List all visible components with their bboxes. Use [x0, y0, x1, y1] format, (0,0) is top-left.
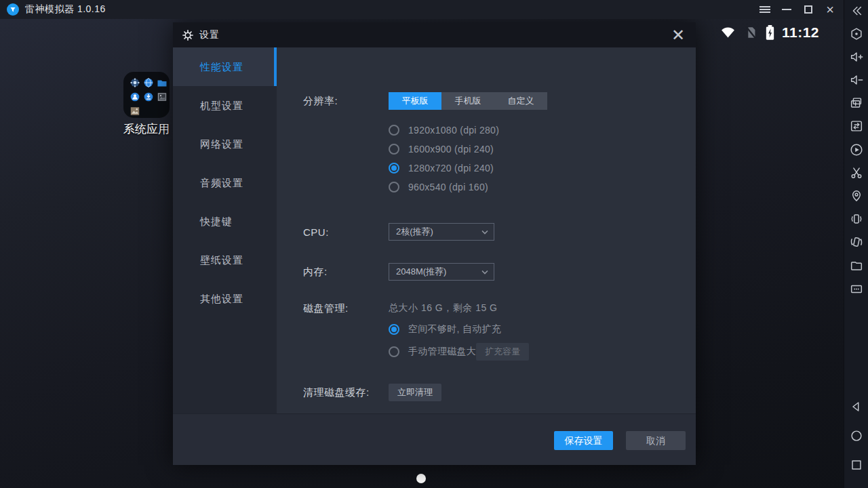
shake-phone-icon[interactable] — [846, 209, 867, 229]
radio-unchecked-icon[interactable] — [389, 182, 399, 192]
memory-select[interactable]: 2048M(推荐) — [389, 263, 494, 281]
disk-label: 磁盘管理: — [303, 302, 349, 315]
volume-up-icon[interactable] — [846, 47, 867, 67]
close-window-button[interactable]: × — [819, 0, 841, 19]
target-hexagon-icon[interactable] — [846, 24, 867, 44]
save-settings-button[interactable]: 保存设置 — [554, 431, 613, 450]
app-logo-icon — [7, 3, 19, 16]
screenshot-scissors-icon[interactable] — [846, 163, 867, 183]
tab-custom[interactable]: 自定义 — [494, 92, 547, 110]
sidebar-item-device-model[interactable]: 机型设置 — [173, 86, 277, 125]
system-apps-folder[interactable] — [123, 72, 170, 118]
tab-phone[interactable]: 手机版 — [441, 92, 494, 110]
memory-label: 内存: — [303, 266, 328, 279]
radio-unchecked-icon[interactable] — [389, 125, 399, 136]
mini-settings-icon — [130, 77, 140, 88]
radio-unchecked-icon[interactable] — [389, 346, 399, 357]
resolution-option-1280[interactable]: 868x488 (dpi 240) — [389, 163, 494, 174]
sidebar-item-performance[interactable]: 性能设置 — [173, 47, 277, 86]
sidebar-item-shortcuts[interactable]: 快捷键 — [173, 202, 277, 241]
clock: 11:12 — [782, 24, 819, 41]
no-sdcard-icon — [743, 24, 758, 41]
resolution-label: 分辨率: — [303, 95, 338, 108]
folder-icon[interactable] — [846, 256, 867, 276]
settings-dialog: 设置 ✕ 性能设置 机型设置 网络设置 音频设置 快捷键 壁纸设置 其他设置 分… — [173, 22, 696, 465]
android-status-bar: 11:12 — [719, 22, 819, 43]
mini-photos-icon — [130, 106, 140, 117]
play-icon[interactable] — [846, 140, 867, 160]
clean-cache-label: 清理磁盘缓存: — [303, 386, 370, 399]
disk-auto-expand-option[interactable]: 空间不够时, 自动扩充 — [389, 323, 501, 336]
toolbar-rail — [844, 0, 868, 488]
dialog-header: 设置 ✕ — [173, 22, 696, 47]
sidebar-item-audio[interactable]: 音频设置 — [173, 163, 277, 202]
clean-now-button[interactable]: 立即清理 — [389, 384, 441, 401]
mini-files-icon — [157, 77, 167, 88]
page-indicator-dot — [416, 474, 426, 483]
settings-sidebar: 性能设置 机型设置 网络设置 音频设置 快捷键 壁纸设置 其他设置 — [173, 47, 277, 413]
mini-gallery-icon — [157, 92, 167, 102]
tab-tablet[interactable]: 平板版 — [389, 92, 441, 110]
resolution-option-960[interactable]: 960x540 (dpi 160) — [389, 182, 488, 192]
disk-manual-option[interactable]: 手动管理磁盘大小 — [389, 346, 486, 358]
emulator-screen: 雷神模拟器 1.0.16 × — [0, 0, 868, 488]
settings-content: 分辨率: 平板版 手机版 自定义 1920x1080 (dpi 280) 160… — [277, 47, 696, 413]
cpu-select[interactable]: 2核(推荐) — [389, 223, 494, 241]
mini-contacts-icon — [130, 92, 140, 102]
android-back-icon[interactable] — [846, 396, 867, 417]
maximize-button[interactable] — [797, 0, 819, 19]
location-icon[interactable] — [846, 186, 867, 206]
rotate-phone-icon[interactable] — [846, 232, 867, 252]
battery-charging-icon — [764, 23, 776, 42]
chevron-down-icon — [481, 230, 488, 235]
radio-checked-icon[interactable] — [389, 324, 399, 335]
dialog-title: 设置 — [199, 29, 220, 41]
resolution-option-1920[interactable]: 1920x1080 (dpi 280) — [389, 125, 499, 136]
more-options-icon[interactable] — [846, 279, 867, 299]
disk-summary: 总大小 16 G，剩余 15 G — [389, 302, 497, 314]
title-bar: 雷神模拟器 1.0.16 × — [0, 0, 844, 19]
android-recents-icon[interactable] — [846, 455, 867, 475]
wifi-icon — [719, 24, 737, 41]
sidebar-item-other[interactable]: 其他设置 — [173, 279, 277, 318]
window-title: 雷神模拟器 1.0.16 — [25, 3, 106, 16]
radio-unchecked-icon[interactable] — [389, 144, 399, 155]
gear-icon — [182, 29, 194, 41]
dialog-close-icon[interactable]: ✕ — [666, 22, 690, 47]
sidebar-item-network[interactable]: 网络设置 — [173, 125, 277, 163]
mini-downloads-icon — [143, 92, 154, 102]
chevron-down-icon — [481, 270, 488, 274]
radio-checked-icon[interactable] — [389, 163, 399, 174]
dialog-footer: 保存设置 取消 — [173, 413, 696, 465]
minimize-button[interactable] — [776, 0, 797, 19]
sync-window-icon[interactable] — [846, 116, 867, 136]
sidebar-item-wallpaper[interactable]: 壁纸设置 — [173, 241, 277, 279]
volume-down-icon[interactable] — [846, 70, 867, 90]
resolution-tabs: 平板版 手机版 自定义 — [389, 92, 547, 110]
cancel-button[interactable]: 取消 — [626, 431, 686, 450]
android-home-icon[interactable] — [846, 426, 867, 446]
multi-window-add-icon[interactable] — [846, 93, 867, 113]
menu-icon[interactable] — [754, 0, 776, 19]
mini-browser-icon — [143, 77, 154, 88]
collapse-chevrons-icon[interactable] — [846, 1, 867, 21]
cpu-label: CPU: — [303, 226, 329, 238]
resolution-option-1600[interactable]: 1600x900 (dpi 240) — [389, 144, 494, 155]
expand-capacity-button[interactable]: 扩充容量 — [476, 343, 529, 361]
